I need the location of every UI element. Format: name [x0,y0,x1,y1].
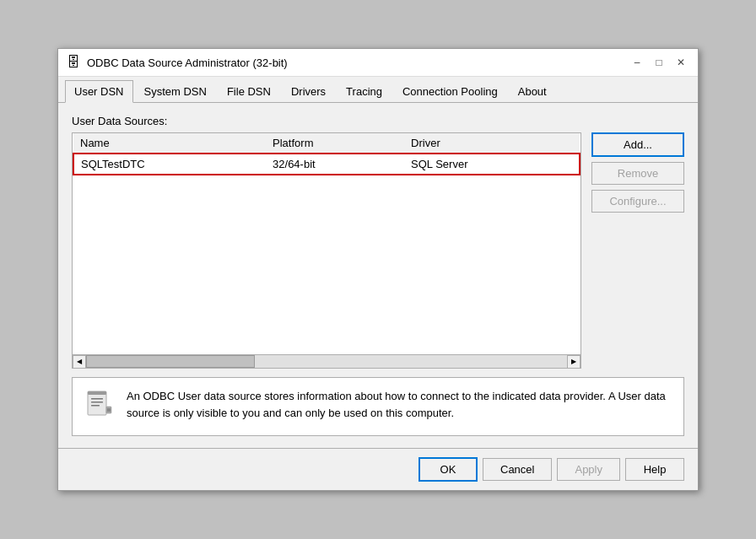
data-table: Name Platform Driver SQLTestDTC [73,133,580,175]
svg-rect-0 [88,391,106,415]
horizontal-scrollbar[interactable]: ◀ ▶ [73,354,580,368]
info-box: An ODBC User data source stores informat… [72,377,684,436]
cancel-button[interactable]: Cancel [483,458,552,481]
col-header-platform: Platform [266,133,404,154]
row-name: SQLTestDTC [73,154,266,175]
col-header-name: Name [73,133,266,154]
tab-system-dsn[interactable]: System DSN [135,80,216,103]
maximize-button[interactable]: □ [649,54,669,71]
table-section: Name Platform Driver SQLTestDTC [72,132,581,369]
ok-button[interactable]: OK [418,457,478,482]
tab-tracing[interactable]: Tracing [337,80,392,103]
main-layout: Name Platform Driver SQLTestDTC [72,132,684,369]
tab-about[interactable]: About [509,80,556,103]
tab-drivers[interactable]: Drivers [282,80,335,103]
title-bar-controls: – □ ✕ [627,54,691,71]
remove-button[interactable]: Remove [591,162,684,185]
scrollbar-track[interactable] [86,355,567,368]
button-section: Add... Remove Configure... [591,132,684,369]
svg-rect-2 [91,398,103,400]
bottom-bar: OK Cancel Apply Help [58,448,698,490]
window-icon: 🗄 [65,54,82,71]
tab-bar: User DSN System DSN File DSN Drivers Tra… [58,77,698,103]
minimize-button[interactable]: – [627,54,647,71]
scrollbar-thumb[interactable] [86,355,255,368]
col-header-driver: Driver [404,133,580,154]
title-bar: 🗄 ODBC Data Source Administrator (32-bit… [58,49,698,77]
table-wrapper[interactable]: Name Platform Driver SQLTestDTC [72,132,581,369]
svg-rect-3 [91,402,103,403]
main-window: 🗄 ODBC Data Source Administrator (32-bit… [57,48,699,491]
configure-button[interactable]: Configure... [591,190,684,213]
table-row[interactable]: SQLTestDTC 32/64-bit SQL Server [73,154,580,175]
document-icon [84,390,115,420]
close-button[interactable]: ✕ [671,54,691,71]
row-platform: 32/64-bit [266,154,404,175]
section-label: User Data Sources: [72,115,684,127]
info-text: An ODBC User data source stores informat… [127,388,673,421]
help-button[interactable]: Help [625,458,684,481]
tab-user-dsn[interactable]: User DSN [65,80,133,103]
info-icon [83,388,116,422]
window-title: ODBC Data Source Administrator (32-bit) [87,57,288,69]
add-button[interactable]: Add... [591,132,684,157]
row-driver: SQL Server [404,154,580,175]
svg-rect-4 [91,405,100,407]
svg-rect-1 [88,391,106,395]
apply-button[interactable]: Apply [557,458,620,481]
tab-connection-pooling[interactable]: Connection Pooling [393,80,507,103]
scroll-right-arrow[interactable]: ▶ [567,355,580,369]
title-bar-left: 🗄 ODBC Data Source Administrator (32-bit… [65,54,288,71]
scroll-left-arrow[interactable]: ◀ [73,355,86,369]
content-area: User Data Sources: Name Platform Driver [58,103,698,448]
tab-file-dsn[interactable]: File DSN [218,80,280,103]
svg-rect-5 [106,407,111,413]
